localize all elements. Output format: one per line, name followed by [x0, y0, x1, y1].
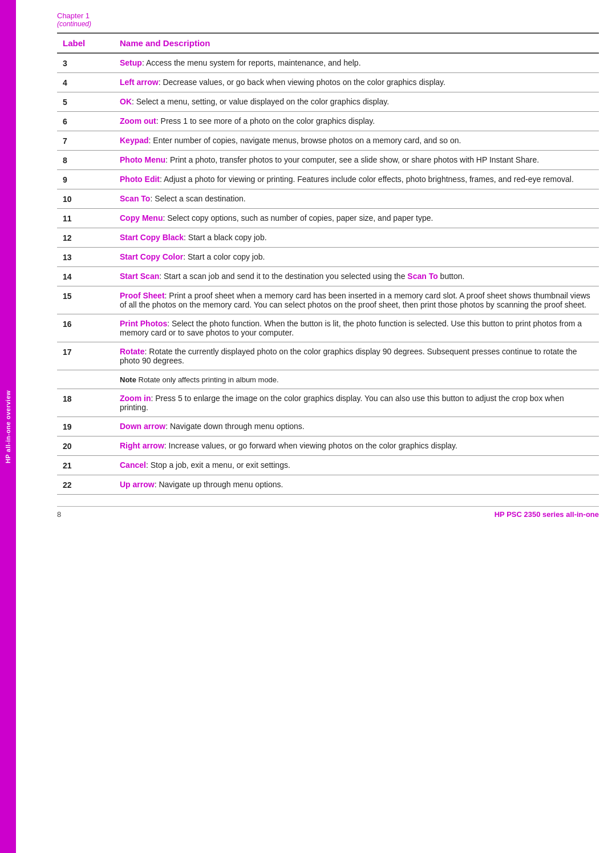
note-empty-cell	[57, 370, 114, 389]
description-text: : Print a proof sheet when a memory card…	[120, 291, 590, 309]
row-description: Zoom in: Press 5 to enlarge the image on…	[114, 389, 599, 417]
row-number: 3	[57, 53, 114, 73]
row-description: Print Photos: Select the photo function.…	[114, 314, 599, 342]
footer-page-number: 8	[57, 510, 61, 519]
chapter-continued: (continued)	[57, 20, 599, 28]
row-description: Up arrow: Navigate up through menu optio…	[114, 475, 599, 495]
col-header-label: Label	[57, 33, 114, 53]
keyword: Zoom in	[120, 394, 151, 403]
table-row: 13Start Copy Color: Start a color copy j…	[57, 248, 599, 267]
description-text: : Start a black copy job.	[184, 233, 267, 242]
row-number: 20	[57, 436, 114, 456]
table-row: 8Photo Menu: Print a photo, transfer pho…	[57, 151, 599, 170]
row-description: Scan To: Select a scan destination.	[114, 189, 599, 209]
table-row: 4Left arrow: Decrease values, or go back…	[57, 73, 599, 92]
table-row: 5OK: Select a menu, setting, or value di…	[57, 92, 599, 112]
keyword: Down arrow	[120, 422, 165, 431]
keyword: Cancel	[120, 460, 146, 470]
row-number: 8	[57, 151, 114, 170]
table-row: 20Right arrow: Increase values, or go fo…	[57, 436, 599, 456]
table-row: 18Zoom in: Press 5 to enlarge the image …	[57, 389, 599, 417]
keyword: Rotate	[120, 347, 145, 356]
row-number: 16	[57, 314, 114, 342]
keyword: Scan To	[120, 194, 150, 203]
footer-product-name: HP PSC 2350 series all-in-one	[495, 510, 599, 519]
note-text: Rotate only affects printing in album mo…	[136, 375, 279, 384]
row-number: 15	[57, 286, 114, 314]
keyword: Start Scan	[120, 272, 159, 281]
col-header-description: Name and Description	[114, 33, 599, 53]
keyword: Right arrow	[120, 441, 164, 450]
row-description: Photo Menu: Print a photo, transfer phot…	[114, 151, 599, 170]
keyword: Setup	[120, 58, 142, 67]
row-number: 18	[57, 389, 114, 417]
row-description: Start Copy Black: Start a black copy job…	[114, 228, 599, 248]
row-description: Proof Sheet: Print a proof sheet when a …	[114, 286, 599, 314]
table-row: 6Zoom out: Press 1 to see more of a phot…	[57, 112, 599, 131]
description-text2: button.	[438, 272, 465, 281]
row-description: Rotate: Rotate the currently displayed p…	[114, 342, 599, 370]
note-cell: Note Rotate only affects printing in alb…	[114, 370, 599, 389]
table-row: 14Start Scan: Start a scan job and send …	[57, 267, 599, 286]
description-text: : Select a scan destination.	[150, 194, 245, 203]
description-text: : Enter number of copies, navigate menus…	[149, 136, 461, 145]
content-table: Label Name and Description 3Setup: Acces…	[57, 33, 599, 495]
description-text: : Select a menu, setting, or value displ…	[132, 97, 389, 106]
keyword: Copy Menu	[120, 213, 163, 223]
row-number: 5	[57, 92, 114, 112]
table-row: 16Print Photos: Select the photo functio…	[57, 314, 599, 342]
table-header-row: Label Name and Description	[57, 33, 599, 53]
table-row: 19Down arrow: Navigate down through menu…	[57, 417, 599, 436]
description-text: : Start a color copy job.	[183, 252, 265, 261]
table-row: 11Copy Menu: Select copy options, such a…	[57, 209, 599, 228]
row-description: Keypad: Enter number of copies, navigate…	[114, 131, 599, 151]
row-description: OK: Select a menu, setting, or value dis…	[114, 92, 599, 112]
description-text: : Increase values, or go forward when vi…	[164, 441, 457, 450]
row-number: 6	[57, 112, 114, 131]
table-row: 22Up arrow: Navigate up through menu opt…	[57, 475, 599, 495]
row-description: Setup: Access the menu system for report…	[114, 53, 599, 73]
keyword: Print Photos	[120, 319, 167, 328]
row-number: 12	[57, 228, 114, 248]
keyword: Photo Edit	[120, 175, 160, 184]
description-text: : Access the menu system for reports, ma…	[142, 58, 361, 67]
table-row: 12Start Copy Black: Start a black copy j…	[57, 228, 599, 248]
keyword: Left arrow	[120, 78, 159, 87]
description-text: : Navigate up through menu options.	[155, 480, 283, 489]
row-number: 21	[57, 456, 114, 475]
page-footer: 8 HP PSC 2350 series all-in-one	[57, 506, 599, 519]
row-number: 4	[57, 73, 114, 92]
description-text: : Navigate down through menu options.	[165, 422, 305, 431]
table-row: 3Setup: Access the menu system for repor…	[57, 53, 599, 73]
keyword: Photo Menu	[120, 155, 165, 164]
keyword: Proof Sheet	[120, 291, 165, 300]
sidebar: HP all-in-one overview	[0, 0, 16, 853]
description-text: : Start a scan job and send it to the de…	[159, 272, 407, 281]
table-row: 10Scan To: Select a scan destination.	[57, 189, 599, 209]
description-text: : Press 1 to see more of a photo on the …	[156, 116, 375, 126]
row-number: 22	[57, 475, 114, 495]
description-text: : Print a photo, transfer photos to your…	[165, 155, 539, 164]
row-description: Down arrow: Navigate down through menu o…	[114, 417, 599, 436]
main-content: Chapter 1 (continued) Label Name and Des…	[23, 0, 616, 541]
keyword: Zoom out	[120, 116, 156, 126]
row-number: 7	[57, 131, 114, 151]
description-text: : Select copy options, such as number of…	[163, 213, 433, 223]
keyword: Keypad	[120, 136, 149, 145]
row-number: 14	[57, 267, 114, 286]
chapter-header: Chapter 1 (continued)	[57, 11, 599, 28]
row-number: 13	[57, 248, 114, 267]
row-number: 11	[57, 209, 114, 228]
row-number: 9	[57, 170, 114, 189]
table-row: 9Photo Edit: Adjust a photo for viewing …	[57, 170, 599, 189]
chapter-title: Chapter 1	[57, 11, 599, 20]
row-number: 19	[57, 417, 114, 436]
row-description: Cancel: Stop a job, exit a menu, or exit…	[114, 456, 599, 475]
description-text: : Decrease values, or go back when viewi…	[159, 78, 445, 87]
table-row: 7Keypad: Enter number of copies, navigat…	[57, 131, 599, 151]
description-text: : Select the photo function. When the bu…	[120, 319, 582, 337]
keyword: Start Copy Black	[120, 233, 184, 242]
row-description: Left arrow: Decrease values, or go back …	[114, 73, 599, 92]
description-text: : Stop a job, exit a menu, or exit setti…	[146, 460, 290, 470]
description-text: : Rotate the currently displayed photo o…	[120, 347, 577, 365]
